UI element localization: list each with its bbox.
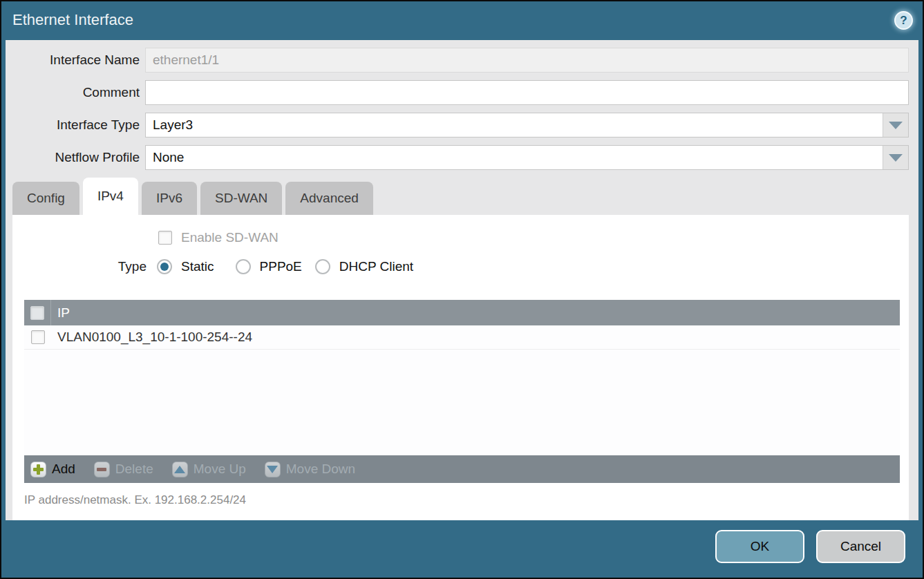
- minus-icon: [94, 462, 110, 477]
- interface-type-value: Layer3: [146, 117, 193, 133]
- ip-table-body: VLAN0100_L3_10-1-100-254--24: [24, 325, 900, 455]
- interface-type-row: Interface Type Layer3: [6, 113, 909, 137]
- dialog-content: Interface Name Comment Interface Type La…: [6, 40, 918, 520]
- enable-sdwan-checkbox: [158, 231, 172, 245]
- move-up-button[interactable]: Move Up: [172, 462, 246, 477]
- delete-button[interactable]: Delete: [94, 462, 153, 477]
- tab-strip: Config IPv4 IPv6 SD-WAN Advanced: [6, 178, 918, 215]
- move-up-button-label: Move Up: [194, 462, 246, 477]
- ip-address-table: IP VLAN0100_L3_10-1-100-254--24 Add: [24, 300, 900, 483]
- interface-name-row: Interface Name: [6, 48, 909, 73]
- radio-static-label[interactable]: Static: [181, 259, 214, 274]
- ip-column-header: IP: [51, 305, 70, 321]
- help-icon[interactable]: ?: [894, 11, 913, 30]
- row-checkbox-cell: [24, 325, 51, 349]
- add-button[interactable]: Add: [30, 462, 75, 477]
- radio-dhcp-client-label[interactable]: DHCP Client: [339, 259, 413, 274]
- tab-ipv6[interactable]: IPv6: [142, 182, 197, 215]
- ip-format-hint: IP address/netmask. Ex. 192.168.2.254/24: [24, 493, 909, 507]
- arrow-up-icon: [172, 462, 188, 477]
- add-button-label: Add: [52, 462, 75, 477]
- tab-sdwan[interactable]: SD-WAN: [200, 182, 282, 215]
- type-row: Type Static PPPoE DHCP Client: [12, 259, 909, 274]
- dialog-footer: OK Cancel: [715, 530, 905, 563]
- netflow-profile-row: Netflow Profile None: [6, 145, 909, 170]
- interface-type-dropdown-button[interactable]: [883, 113, 908, 137]
- comment-row: Comment: [6, 80, 909, 105]
- radio-dhcp-client[interactable]: [315, 259, 330, 274]
- netflow-profile-label: Netflow Profile: [6, 150, 140, 165]
- tab-config[interactable]: Config: [12, 182, 79, 215]
- netflow-profile-dropdown[interactable]: None: [145, 145, 909, 170]
- move-down-button[interactable]: Move Down: [265, 462, 355, 477]
- radio-pppoe[interactable]: [236, 259, 251, 274]
- dialog-titlebar: Ethernet Interface ?: [1, 1, 923, 39]
- type-label: Type: [12, 259, 147, 274]
- plus-icon: [30, 462, 46, 477]
- arrow-down-icon: [265, 462, 281, 477]
- ethernet-interface-dialog: Ethernet Interface ? Interface Name Comm…: [0, 0, 924, 579]
- ok-button[interactable]: OK: [715, 530, 804, 563]
- enable-sdwan-row: Enable SD-WAN: [12, 215, 909, 245]
- ip-address-value[interactable]: VLAN0100_L3_10-1-100-254--24: [51, 330, 252, 345]
- ip-table-header: IP: [24, 300, 900, 325]
- comment-label: Comment: [6, 85, 140, 100]
- comment-field[interactable]: [145, 80, 909, 105]
- interface-type-dropdown[interactable]: Layer3: [145, 113, 909, 137]
- radio-pppoe-label[interactable]: PPPoE: [260, 259, 302, 274]
- row-checkbox[interactable]: [31, 330, 45, 344]
- header-checkbox-cell: [24, 300, 51, 325]
- move-down-button-label: Move Down: [286, 462, 355, 477]
- interface-type-label: Interface Type: [6, 117, 140, 133]
- tab-advanced[interactable]: Advanced: [285, 182, 373, 215]
- dialog-title: Ethernet Interface: [12, 11, 133, 29]
- select-all-checkbox[interactable]: [30, 306, 44, 320]
- chevron-down-icon: [889, 154, 903, 162]
- table-row[interactable]: VLAN0100_L3_10-1-100-254--24: [24, 325, 900, 350]
- ipv4-tab-panel: Enable SD-WAN Type Static PPPoE DHCP Cli…: [12, 215, 909, 520]
- interface-name-field: [145, 48, 909, 73]
- tab-ipv4[interactable]: IPv4: [83, 178, 138, 215]
- netflow-profile-value: None: [146, 150, 184, 165]
- chevron-down-icon: [889, 122, 903, 129]
- netflow-profile-dropdown-button[interactable]: [883, 146, 908, 169]
- enable-sdwan-label: Enable SD-WAN: [181, 230, 279, 245]
- radio-static[interactable]: [157, 259, 172, 274]
- ip-table-toolbar: Add Delete Move Up Move Down: [24, 455, 900, 483]
- interface-name-label: Interface Name: [6, 53, 140, 68]
- delete-button-label: Delete: [115, 462, 153, 477]
- cancel-button[interactable]: Cancel: [816, 530, 905, 563]
